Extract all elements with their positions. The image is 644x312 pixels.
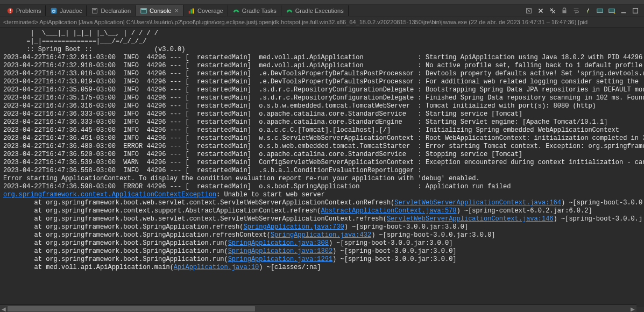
problems-icon	[6, 7, 14, 15]
stack-frame: at med.voll.api.ApiApplication.main(ApiA…	[3, 264, 641, 272]
svg-rect-25	[621, 12, 626, 13]
source-link[interactable]: SpringApplication.java:308	[228, 239, 329, 247]
horizontal-scrollbar[interactable]: ◀ ▶	[0, 304, 636, 312]
tab-gradle-executions[interactable]: Gradle Executions	[281, 5, 349, 16]
stack-frame-text: at org.springframework.boot.web.servlet.…	[3, 199, 394, 207]
tab-javadoc[interactable]: @ Javadoc	[46, 5, 87, 16]
console-icon	[140, 7, 147, 15]
terminated-app: ApiApplication [Java Application]	[39, 19, 124, 25]
stack-frame-text: at org.springframework.boot.SpringApplic…	[3, 239, 228, 247]
svg-rect-2	[10, 11, 11, 12]
remove-launch-button[interactable]	[535, 6, 546, 16]
tab-declaration[interactable]: Declaration	[87, 5, 136, 16]
stack-frame-suffix: ) ~[classes/:na]	[259, 264, 321, 271]
tab-coverage[interactable]: Coverage	[183, 5, 228, 16]
tab-problems[interactable]: Problems	[2, 5, 46, 16]
scrollbar-thumb[interactable]	[8, 306, 255, 311]
window-top-strip	[0, 0, 644, 4]
view-tab-bar: Problems @ Javadoc Declaration Console ×…	[0, 4, 644, 17]
console-output[interactable]: | \___|_| |_|_| |_\__, | / / / / =|_|===…	[0, 27, 644, 307]
svg-rect-23	[609, 9, 615, 12]
clear-console-button[interactable]	[523, 6, 534, 16]
stack-frame: at org.springframework.boot.SpringApplic…	[3, 247, 641, 256]
remove-all-button[interactable]	[547, 6, 558, 16]
log-line: 2023-04-22T16:47:36.316-03:00 INFO 44296…	[3, 102, 641, 110]
stack-frame-text: at med.voll.api.ApiApplication.main(	[3, 264, 174, 271]
tab-label: Coverage	[197, 8, 223, 14]
terminated-path: C:\Users\Usuário\.p2\pool\plugins\org.ec…	[126, 19, 468, 25]
stack-frame-suffix: ) ~[spring-boot-3.0.0.jar:3.0.0]	[371, 231, 495, 239]
scroll-right-icon[interactable]: ▶	[629, 305, 636, 312]
log-line: 2023-04-22T16:47:36.558-03:00 INFO 44296…	[3, 167, 641, 175]
source-link[interactable]: SpringApplication.java:1291	[228, 256, 332, 263]
terminated-prefix: <terminated>	[3, 19, 38, 25]
log-line: 2023-04-22T16:47:36.445-03:00 INFO 44296…	[3, 126, 641, 134]
source-link[interactable]: ApiApplication.java:10	[174, 264, 259, 271]
source-link[interactable]: SpringApplication.java:730	[243, 223, 344, 231]
word-wrap-button[interactable]	[571, 6, 582, 16]
source-link[interactable]: AbstractApplicationContext.java:578	[321, 207, 457, 215]
stack-frame: at org.springframework.boot.SpringApplic…	[3, 239, 641, 247]
log-line: 2023-04-22T16:47:36.480-03:00 ERROR 4429…	[3, 143, 641, 151]
tab-label: Gradle Tasks	[242, 8, 277, 14]
log-line: 2023-04-22T16:47:36.539-03:00 WARN 44296…	[3, 159, 641, 167]
stack-frame-text: at org.springframework.context.support.A…	[3, 207, 321, 215]
close-icon[interactable]: ×	[174, 6, 179, 15]
svg-rect-26	[633, 8, 638, 13]
source-link[interactable]: ServletWebServerApplicationContext.java:…	[387, 215, 554, 223]
ascii-art-line: | \___|_| |_|_| |_\__, | / / / /	[3, 30, 641, 38]
ascii-art-line: :: Spring Boot :: (v3.0.0)	[3, 46, 641, 54]
log-line: 2023-04-22T16:47:35.175-03:00 INFO 44296…	[3, 94, 641, 102]
stack-frame-suffix: ) ~[spring-boot-3.0.0.jar:3.0.0]	[344, 223, 468, 231]
stack-frame-suffix: ) ~[spring-context-6.0.2.jar:6.0.2]	[457, 207, 592, 215]
tab-console[interactable]: Console ×	[136, 5, 183, 16]
stack-frame-suffix: ) ~[spring-boot-3.0.0.jar:3.0.0]	[329, 239, 452, 247]
javadoc-icon: @	[50, 7, 58, 15]
log-line: 2023-04-22T16:47:36.520-03:00 INFO 44296…	[3, 151, 641, 159]
tab-label: Declaration	[101, 8, 131, 14]
stack-frame: at org.springframework.context.support.A…	[3, 207, 641, 215]
svg-rect-10	[190, 9, 192, 13]
stack-frame-text: at org.springframework.boot.SpringApplic…	[3, 247, 228, 255]
log-line: 2023-04-22T16:47:32.911-03:00 INFO 44296…	[3, 54, 641, 62]
open-console-button[interactable]	[606, 6, 617, 16]
exception-message: : Unable to start web server	[216, 191, 325, 198]
ascii-art-line: =|_|==============|___/=/_/_/_/	[3, 38, 641, 46]
log-line: 2023-04-22T16:47:32.918-03:00 INFO 44296…	[3, 62, 641, 70]
log-line: 2023-04-22T16:47:36.333-03:00 INFO 44296…	[3, 110, 641, 118]
pin-console-button[interactable]	[583, 6, 593, 16]
source-link[interactable]: SpringApplication.java:432	[271, 231, 371, 239]
stack-frame-suffix: ) ~[spring-boot-3.0.0	[561, 199, 642, 207]
maximize-button[interactable]	[630, 6, 641, 16]
gradle-icon	[286, 7, 293, 15]
minimize-button[interactable]	[618, 6, 629, 16]
svg-rect-8	[141, 9, 146, 10]
console-toolbar	[523, 6, 644, 16]
tab-gradle-tasks[interactable]: Gradle Tasks	[228, 5, 281, 16]
log-line: 2023-04-22T16:47:36.451-03:00 INFO 44296…	[3, 134, 641, 143]
source-link[interactable]: ServletWebServerApplicationContext.java:…	[394, 199, 561, 207]
log-line: 2023-04-22T16:47:35.059-03:00 INFO 44296…	[3, 86, 641, 94]
stack-frame: at org.springframework.boot.SpringApplic…	[3, 223, 641, 231]
svg-rect-9	[189, 11, 190, 13]
stack-frame: at org.springframework.boot.web.servlet.…	[3, 215, 641, 223]
stack-frame: at org.springframework.boot.SpringApplic…	[3, 256, 641, 264]
svg-rect-11	[193, 8, 194, 13]
scroll-left-icon[interactable]: ◀	[0, 305, 8, 312]
scroll-lock-button[interactable]	[559, 6, 570, 16]
log-line: 2023-04-22T16:47:36.598-03:00 ERROR 4429…	[3, 183, 641, 191]
exception-class-link[interactable]: org.springframework.context.ApplicationC…	[3, 191, 216, 198]
stack-frame-text: at org.springframework.boot.web.servlet.…	[3, 215, 387, 223]
stack-frame-suffix: ) ~[spring-boot-3.0.0.j	[554, 215, 643, 223]
stack-frame-text: at org.springframework.boot.SpringApplic…	[3, 231, 271, 239]
display-console-button[interactable]	[595, 6, 605, 16]
svg-rect-22	[597, 9, 603, 12]
stack-frame-suffix: ) ~[spring-boot-3.0.0.jar:3.0.0]	[332, 247, 456, 255]
tab-label: Console	[150, 8, 171, 14]
svg-text:@: @	[52, 9, 56, 12]
source-link[interactable]: SpringApplication.java:1302	[228, 247, 332, 255]
log-line: 2023-04-22T16:47:33.019-03:00 INFO 44296…	[3, 78, 641, 86]
svg-rect-5	[93, 8, 97, 13]
gradle-icon	[232, 7, 240, 15]
stack-frame-suffix: ) ~[spring-boot-3.0.0.jar:3.0.0]	[332, 256, 456, 263]
